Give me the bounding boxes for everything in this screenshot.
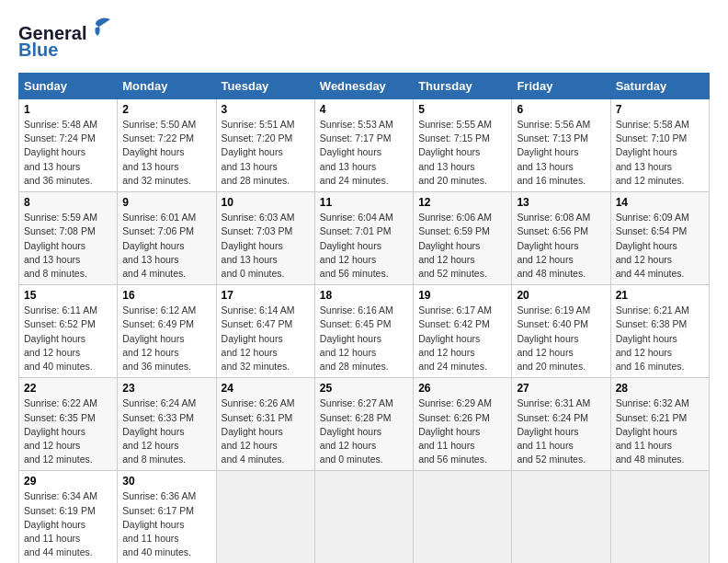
- day-number: 6: [517, 103, 605, 116]
- daylight-label: Daylight hours: [418, 333, 480, 344]
- daylight-label: Daylight hours: [24, 240, 85, 251]
- col-saturday: Saturday: [610, 74, 709, 99]
- day-number: 28: [616, 382, 704, 395]
- day-number: 24: [222, 382, 310, 395]
- day-info: Sunrise: 6:31 AM Sunset: 6:24 PM Dayligh…: [517, 396, 605, 466]
- day-number: 22: [24, 382, 112, 395]
- day-info: Sunrise: 5:58 AM Sunset: 7:10 PM Dayligh…: [616, 118, 704, 188]
- day-number: 17: [222, 289, 310, 302]
- day-number: 2: [122, 103, 210, 116]
- daylight-label: Daylight hours: [222, 333, 283, 344]
- col-friday: Friday: [512, 74, 610, 99]
- table-row: 4 Sunrise: 5:53 AM Sunset: 7:17 PM Dayli…: [314, 99, 413, 192]
- day-info: Sunrise: 6:19 AM Sunset: 6:40 PM Dayligh…: [517, 304, 605, 373]
- header: General Blue: [18, 14, 710, 63]
- daylight-label: Daylight hours: [122, 519, 184, 530]
- table-row: 19 Sunrise: 6:17 AM Sunset: 6:42 PM Dayl…: [414, 285, 512, 378]
- page-container: General Blue Sunday Monday Tuesday Wedne…: [0, 0, 728, 563]
- daylight-label: Daylight hours: [616, 146, 677, 157]
- daylight-label: Daylight hours: [418, 426, 480, 437]
- daylight-label: Daylight hours: [222, 146, 283, 157]
- daylight-label: Daylight hours: [320, 333, 381, 344]
- logo-svg: General Blue: [18, 14, 115, 60]
- day-number: 15: [24, 289, 112, 302]
- day-info: Sunrise: 5:48 AM Sunset: 7:24 PM Dayligh…: [24, 118, 112, 188]
- table-row: 30 Sunrise: 6:36 AM Sunset: 6:17 PM Dayl…: [118, 471, 216, 563]
- day-number: 21: [616, 289, 704, 302]
- day-info: Sunrise: 5:53 AM Sunset: 7:17 PM Dayligh…: [320, 118, 408, 188]
- calendar-week-row: 8 Sunrise: 5:59 AM Sunset: 7:08 PM Dayli…: [19, 192, 710, 285]
- day-number: 3: [222, 103, 310, 116]
- col-thursday: Thursday: [414, 74, 512, 99]
- day-number: 12: [418, 196, 506, 209]
- svg-text:Blue: Blue: [18, 40, 58, 60]
- table-row: 9 Sunrise: 6:01 AM Sunset: 7:06 PM Dayli…: [118, 192, 216, 285]
- table-row: 5 Sunrise: 5:55 AM Sunset: 7:15 PM Dayli…: [414, 99, 512, 192]
- table-row: 16 Sunrise: 6:12 AM Sunset: 6:49 PM Dayl…: [118, 285, 216, 378]
- daylight-label: Daylight hours: [616, 240, 677, 251]
- table-row: 23 Sunrise: 6:24 AM Sunset: 6:33 PM Dayl…: [118, 378, 216, 471]
- day-number: 18: [320, 289, 408, 302]
- day-number: 29: [24, 475, 112, 488]
- daylight-label: Daylight hours: [320, 240, 381, 251]
- daylight-label: Daylight hours: [24, 333, 85, 344]
- daylight-label: Daylight hours: [122, 146, 184, 157]
- day-info: Sunrise: 6:08 AM Sunset: 6:56 PM Dayligh…: [517, 211, 605, 281]
- table-row: 18 Sunrise: 6:16 AM Sunset: 6:45 PM Dayl…: [314, 285, 413, 378]
- daylight-label: Daylight hours: [517, 240, 578, 251]
- table-row: 25 Sunrise: 6:27 AM Sunset: 6:28 PM Dayl…: [314, 378, 413, 471]
- day-info: Sunrise: 6:12 AM Sunset: 6:49 PM Dayligh…: [122, 304, 210, 373]
- table-row: 26 Sunrise: 6:29 AM Sunset: 6:26 PM Dayl…: [414, 378, 512, 471]
- daylight-label: Daylight hours: [222, 240, 283, 251]
- table-row: [216, 471, 314, 563]
- calendar-week-row: 29 Sunrise: 6:34 AM Sunset: 6:19 PM Dayl…: [19, 471, 710, 563]
- day-number: 14: [616, 196, 704, 209]
- day-number: 20: [517, 289, 605, 302]
- day-info: Sunrise: 6:01 AM Sunset: 7:06 PM Dayligh…: [122, 211, 210, 281]
- table-row: 10 Sunrise: 6:03 AM Sunset: 7:03 PM Dayl…: [216, 192, 314, 285]
- table-row: 11 Sunrise: 6:04 AM Sunset: 7:01 PM Dayl…: [314, 192, 413, 285]
- day-number: 30: [122, 475, 210, 488]
- daylight-label: Daylight hours: [418, 240, 480, 251]
- day-info: Sunrise: 6:03 AM Sunset: 7:03 PM Dayligh…: [222, 211, 310, 281]
- table-row: 12 Sunrise: 6:06 AM Sunset: 6:59 PM Dayl…: [414, 192, 512, 285]
- logo: General Blue: [18, 14, 115, 63]
- table-row: 3 Sunrise: 5:51 AM Sunset: 7:20 PM Dayli…: [216, 99, 314, 192]
- day-number: 19: [418, 289, 506, 302]
- day-number: 7: [616, 103, 704, 116]
- table-row: 15 Sunrise: 6:11 AM Sunset: 6:52 PM Dayl…: [19, 285, 118, 378]
- day-info: Sunrise: 6:34 AM Sunset: 6:19 PM Dayligh…: [24, 489, 112, 559]
- day-number: 16: [122, 289, 210, 302]
- calendar-week-row: 1 Sunrise: 5:48 AM Sunset: 7:24 PM Dayli…: [19, 99, 710, 192]
- day-info: Sunrise: 6:14 AM Sunset: 6:47 PM Dayligh…: [222, 304, 310, 373]
- table-row: 24 Sunrise: 6:26 AM Sunset: 6:31 PM Dayl…: [216, 378, 314, 471]
- daylight-label: Daylight hours: [616, 333, 677, 344]
- day-info: Sunrise: 6:27 AM Sunset: 6:28 PM Dayligh…: [320, 396, 408, 466]
- calendar-header-row: Sunday Monday Tuesday Wednesday Thursday…: [19, 74, 710, 99]
- table-row: 28 Sunrise: 6:32 AM Sunset: 6:21 PM Dayl…: [610, 378, 709, 471]
- day-number: 23: [122, 382, 210, 395]
- table-row: 7 Sunrise: 5:58 AM Sunset: 7:10 PM Dayli…: [610, 99, 709, 192]
- table-row: 6 Sunrise: 5:56 AM Sunset: 7:13 PM Dayli…: [512, 99, 610, 192]
- col-wednesday: Wednesday: [314, 74, 413, 99]
- table-row: 29 Sunrise: 6:34 AM Sunset: 6:19 PM Dayl…: [19, 471, 118, 563]
- calendar-table: Sunday Monday Tuesday Wednesday Thursday…: [18, 73, 710, 563]
- table-row: 1 Sunrise: 5:48 AM Sunset: 7:24 PM Dayli…: [19, 99, 118, 192]
- table-row: [512, 471, 610, 563]
- table-row: 20 Sunrise: 6:19 AM Sunset: 6:40 PM Dayl…: [512, 285, 610, 378]
- day-info: Sunrise: 6:21 AM Sunset: 6:38 PM Dayligh…: [616, 304, 704, 373]
- col-sunday: Sunday: [19, 74, 118, 99]
- daylight-label: Daylight hours: [616, 426, 677, 437]
- daylight-label: Daylight hours: [122, 333, 184, 344]
- table-row: 22 Sunrise: 6:22 AM Sunset: 6:35 PM Dayl…: [19, 378, 118, 471]
- day-number: 10: [222, 196, 310, 209]
- col-monday: Monday: [118, 74, 216, 99]
- daylight-label: Daylight hours: [122, 240, 184, 251]
- day-info: Sunrise: 6:16 AM Sunset: 6:45 PM Dayligh…: [320, 304, 408, 373]
- calendar-body: 1 Sunrise: 5:48 AM Sunset: 7:24 PM Dayli…: [19, 99, 710, 564]
- table-row: 14 Sunrise: 6:09 AM Sunset: 6:54 PM Dayl…: [610, 192, 709, 285]
- daylight-label: Daylight hours: [320, 146, 381, 157]
- day-info: Sunrise: 6:32 AM Sunset: 6:21 PM Dayligh…: [616, 396, 704, 466]
- daylight-label: Daylight hours: [517, 146, 578, 157]
- daylight-label: Daylight hours: [122, 426, 184, 437]
